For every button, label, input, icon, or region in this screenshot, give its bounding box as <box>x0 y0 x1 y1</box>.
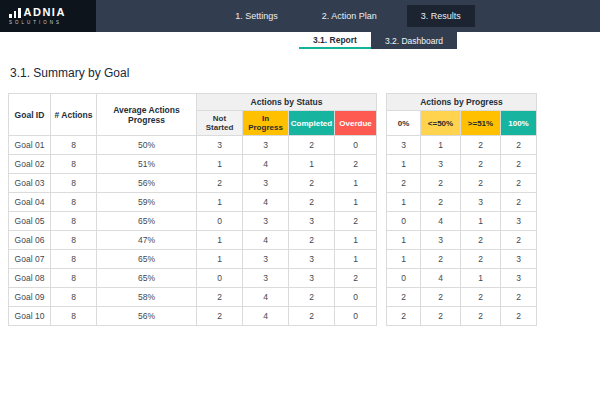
cell-overdue: 2 <box>335 269 377 288</box>
cell-overdue: 1 <box>335 250 377 269</box>
table-header: Goal ID # Actions Average Actions Progre… <box>9 94 537 136</box>
cell-progress-lte50: 2 <box>421 288 461 307</box>
cell-completed: 2 <box>289 231 335 250</box>
cell-progress-0: 1 <box>387 250 421 269</box>
cell-progress-100: 2 <box>501 174 537 193</box>
cell-progress-gte51: 3 <box>461 193 501 212</box>
col-header-in-progress: In Progress <box>243 111 289 136</box>
cell-in-progress: 4 <box>243 155 289 174</box>
cell-completed: 2 <box>289 174 335 193</box>
cell-overdue: 2 <box>335 155 377 174</box>
bar-chart-icon <box>9 8 21 18</box>
cell-overdue: 1 <box>335 193 377 212</box>
tab-dashboard[interactable]: 3.2. Dashboard <box>371 32 457 49</box>
cell-completed: 3 <box>289 212 335 231</box>
cell-goal-id: Goal 07 <box>9 250 51 269</box>
cell-progress-100: 2 <box>501 136 537 155</box>
cell-overdue: 0 <box>335 307 377 326</box>
group-header-status: Actions by Status <box>197 94 377 111</box>
cell-avg-progress: 59% <box>97 193 197 212</box>
cell-progress-100: 2 <box>501 288 537 307</box>
cell-in-progress: 4 <box>243 193 289 212</box>
cell-completed: 3 <box>289 269 335 288</box>
cell-overdue: 0 <box>335 288 377 307</box>
group-spacer <box>377 250 387 269</box>
cell-progress-100: 3 <box>501 269 537 288</box>
cell-avg-progress: 56% <box>97 174 197 193</box>
brand-subtitle: SOLUTIONS <box>9 20 96 25</box>
cell-in-progress: 4 <box>243 307 289 326</box>
cell-progress-gte51: 2 <box>461 231 501 250</box>
cell-avg-progress: 51% <box>97 155 197 174</box>
cell-num-actions: 8 <box>51 250 97 269</box>
cell-completed: 2 <box>289 136 335 155</box>
col-header-completed: Completed <box>289 111 335 136</box>
table-row: Goal 09 8 58% 2 4 2 0 2 2 2 2 <box>9 288 537 307</box>
cell-progress-0: 2 <box>387 288 421 307</box>
table-row: Goal 06 8 47% 1 4 2 1 1 3 2 2 <box>9 231 537 250</box>
cell-progress-100: 3 <box>501 212 537 231</box>
cell-progress-0: 1 <box>387 193 421 212</box>
cell-num-actions: 8 <box>51 193 97 212</box>
cell-progress-gte51: 1 <box>461 269 501 288</box>
cell-not-started: 2 <box>197 288 243 307</box>
cell-goal-id: Goal 04 <box>9 193 51 212</box>
tab-report[interactable]: 3.1. Report <box>299 32 371 49</box>
cell-progress-gte51: 2 <box>461 250 501 269</box>
cell-progress-0: 3 <box>387 136 421 155</box>
cell-progress-0: 2 <box>387 307 421 326</box>
cell-overdue: 2 <box>335 212 377 231</box>
cell-not-started: 1 <box>197 231 243 250</box>
cell-progress-100: 2 <box>501 307 537 326</box>
brand-logo-row: ADNIA <box>9 7 96 18</box>
cell-in-progress: 3 <box>243 212 289 231</box>
cell-progress-gte51: 2 <box>461 136 501 155</box>
cell-progress-100: 2 <box>501 231 537 250</box>
cell-not-started: 2 <box>197 174 243 193</box>
cell-progress-lte50: 2 <box>421 193 461 212</box>
cell-progress-lte50: 2 <box>421 307 461 326</box>
tab-results[interactable]: 3. Results <box>407 5 475 27</box>
cell-completed: 2 <box>289 193 335 212</box>
table-row: Goal 07 8 65% 1 3 3 1 1 2 2 3 <box>9 250 537 269</box>
cell-goal-id: Goal 08 <box>9 269 51 288</box>
cell-progress-gte51: 2 <box>461 288 501 307</box>
cell-goal-id: Goal 03 <box>9 174 51 193</box>
cell-progress-lte50: 2 <box>421 174 461 193</box>
cell-completed: 2 <box>289 307 335 326</box>
cell-num-actions: 8 <box>51 136 97 155</box>
cell-completed: 3 <box>289 250 335 269</box>
cell-overdue: 0 <box>335 136 377 155</box>
cell-progress-lte50: 3 <box>421 231 461 250</box>
col-header-overdue: Overdue <box>335 111 377 136</box>
cell-completed: 1 <box>289 155 335 174</box>
sub-nav: 3.1. Report 3.2. Dashboard <box>299 32 600 49</box>
cell-goal-id: Goal 01 <box>9 136 51 155</box>
cell-progress-lte50: 2 <box>421 250 461 269</box>
col-header-progress-gte51: >=51% <box>461 111 501 136</box>
cell-progress-0: 1 <box>387 231 421 250</box>
cell-avg-progress: 65% <box>97 269 197 288</box>
col-header-progress-100: 100% <box>501 111 537 136</box>
cell-num-actions: 8 <box>51 269 97 288</box>
table-body: Goal 01 8 50% 3 3 2 0 3 1 2 2 Goal 02 8 … <box>9 136 537 326</box>
tab-action-plan[interactable]: 2. Action Plan <box>308 5 391 27</box>
group-spacer <box>377 269 387 288</box>
table-row: Goal 03 8 56% 2 3 2 1 2 2 2 2 <box>9 174 537 193</box>
table-row: Goal 08 8 65% 0 3 3 2 0 4 1 3 <box>9 269 537 288</box>
cell-progress-0: 0 <box>387 269 421 288</box>
cell-avg-progress: 50% <box>97 136 197 155</box>
cell-avg-progress: 65% <box>97 250 197 269</box>
cell-not-started: 1 <box>197 193 243 212</box>
tab-settings[interactable]: 1. Settings <box>221 5 292 27</box>
cell-avg-progress: 56% <box>97 307 197 326</box>
cell-progress-gte51: 2 <box>461 155 501 174</box>
group-spacer <box>377 193 387 212</box>
cell-progress-gte51: 2 <box>461 307 501 326</box>
cell-progress-gte51: 1 <box>461 212 501 231</box>
cell-avg-progress: 47% <box>97 231 197 250</box>
cell-goal-id: Goal 10 <box>9 307 51 326</box>
group-spacer <box>377 231 387 250</box>
cell-num-actions: 8 <box>51 212 97 231</box>
cell-num-actions: 8 <box>51 307 97 326</box>
